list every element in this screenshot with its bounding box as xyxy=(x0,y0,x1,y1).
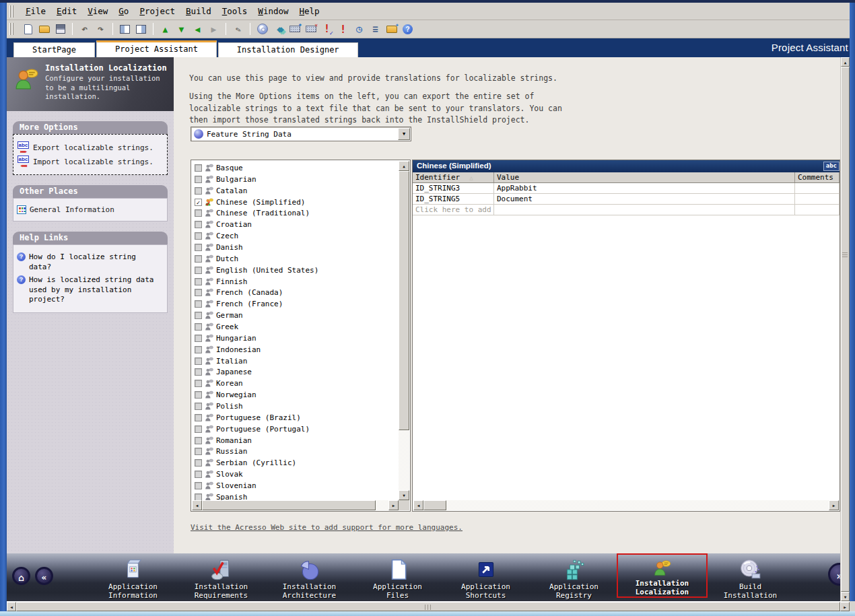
help-link-2[interactable]: ? How is localized string data used by m… xyxy=(17,275,164,306)
tab-project-assistant[interactable]: Project Assistant xyxy=(96,40,217,57)
language-checkbox[interactable] xyxy=(195,209,202,217)
string-row-id-string3[interactable]: ID_STRING3AppRabbit xyxy=(413,183,840,194)
new-folder-icon[interactable] xyxy=(384,22,399,36)
view-split-right-icon[interactable] xyxy=(134,22,148,36)
open-folder-icon[interactable] xyxy=(37,22,51,36)
nav-build-installation[interactable]: BuildInstallation xyxy=(706,555,794,600)
setup-steps-icon[interactable]: ≡ xyxy=(368,22,382,36)
language-row-russian[interactable]: Russian xyxy=(192,446,399,457)
scroll-up-button[interactable]: ▲ xyxy=(841,57,850,67)
language-checkbox[interactable] xyxy=(195,312,202,319)
scroll-down-button[interactable]: ▼ xyxy=(841,592,850,601)
dropdown-arrow-button[interactable]: ▼ xyxy=(398,128,410,140)
validate-build-icon[interactable]: ! xyxy=(320,22,334,36)
language-row-basque[interactable]: Basque xyxy=(192,162,399,174)
language-checkbox[interactable] xyxy=(195,471,202,478)
nav-application-files[interactable]: ApplicationFiles xyxy=(353,555,442,600)
language-row-norwegian[interactable]: Norwegian xyxy=(192,389,399,401)
language-row-bulgarian[interactable]: Bulgarian xyxy=(192,174,399,185)
language-checkbox[interactable] xyxy=(195,414,202,421)
help-link-1[interactable]: ? How do I localize string data? xyxy=(17,252,164,273)
hscroll-thumb[interactable] xyxy=(16,602,840,611)
language-checkbox[interactable] xyxy=(195,176,202,183)
import-localizable-strings-link[interactable]: abc◀◀◀◀ Import localizable strings. xyxy=(17,156,164,168)
view-split-left-icon[interactable] xyxy=(118,22,132,36)
language-row-croatian[interactable]: Croatian xyxy=(192,219,399,230)
home-button[interactable]: ⌂ xyxy=(12,567,30,585)
language-row-japanese[interactable]: Japanese xyxy=(192,366,399,378)
back-button[interactable]: « xyxy=(35,567,53,585)
move-down-icon[interactable]: ▼ xyxy=(174,22,189,36)
language-checkbox[interactable] xyxy=(195,357,202,365)
language-checkbox[interactable] xyxy=(195,335,202,342)
navigate-forward-icon[interactable]: ▶ xyxy=(207,22,221,36)
language-checkbox[interactable]: ✓ xyxy=(195,199,202,206)
language-row-french-france[interactable]: French (France) xyxy=(192,298,399,310)
page-vertical-scrollbar[interactable]: ▲ ▼ xyxy=(840,57,850,601)
language-list-vscrollbar[interactable]: ▲ ▼ xyxy=(399,161,409,500)
nav-installation-localization[interactable]: InstallationLocalization xyxy=(618,555,706,596)
language-row-finnish[interactable]: Finnish xyxy=(192,276,399,287)
build-icon[interactable]: ! xyxy=(336,22,350,36)
vscroll-thumb[interactable] xyxy=(399,171,409,430)
string-data-dropdown[interactable]: Feature String Data ▼ xyxy=(191,127,411,141)
release-wizard-icon[interactable]: ✎ xyxy=(230,20,247,38)
save-icon[interactable] xyxy=(53,22,67,36)
language-checkbox[interactable] xyxy=(195,391,202,399)
language-row-slovenian[interactable]: Slovenian xyxy=(192,480,399,491)
help-icon[interactable]: ? xyxy=(401,22,415,36)
menu-go[interactable]: Go xyxy=(113,5,134,18)
add-module-icon[interactable] xyxy=(287,22,302,36)
releases-icon[interactable]: ◆◆ xyxy=(271,22,285,36)
scroll-right-button[interactable]: ▶ xyxy=(829,500,839,510)
string-row-id-string5[interactable]: ID_STRING5Document xyxy=(413,194,840,205)
language-checkbox[interactable] xyxy=(195,346,202,353)
language-checkbox[interactable] xyxy=(195,368,202,376)
menu-build[interactable]: Build xyxy=(180,5,217,18)
language-checkbox[interactable] xyxy=(195,482,202,489)
language-checkbox[interactable] xyxy=(195,448,202,455)
scroll-down-button[interactable]: ▼ xyxy=(399,490,409,500)
language-row-french-canada[interactable]: French (Canada) xyxy=(192,287,399,298)
language-row-hungarian[interactable]: Hungarian xyxy=(192,333,399,344)
language-row-portuguese-brazil[interactable]: Portuguese (Brazil) xyxy=(192,412,399,423)
nav-application-registry[interactable]: ApplicationRegistry xyxy=(530,555,618,600)
window-horizontal-scrollbar[interactable]: ◀ ▶ xyxy=(7,601,850,611)
nav-application-information[interactable]: ApplicationInformation xyxy=(89,555,177,600)
language-row-serbian-cyrillic[interactable]: Serbian (Cyrillic) xyxy=(192,457,399,469)
language-checkbox[interactable] xyxy=(195,289,202,296)
language-checkbox[interactable] xyxy=(195,232,202,240)
tab-installation-designer[interactable]: Installation Designer xyxy=(218,42,358,57)
remove-module-icon[interactable] xyxy=(304,22,318,36)
language-checkbox[interactable] xyxy=(195,437,202,444)
hscroll-thumb[interactable] xyxy=(202,500,376,510)
language-row-czech[interactable]: Czech xyxy=(192,230,399,242)
abc-tool-button[interactable]: abc xyxy=(823,162,840,171)
menu-view[interactable]: View xyxy=(82,5,113,18)
scroll-left-button[interactable]: ◀ xyxy=(7,602,16,611)
language-row-chinese-traditional[interactable]: Chinese (Traditional) xyxy=(192,207,399,219)
language-row-greek[interactable]: Greek xyxy=(192,321,399,333)
language-row-english-united-states[interactable]: English (United States) xyxy=(192,265,399,276)
new-document-icon[interactable] xyxy=(21,22,35,36)
resize-corner[interactable] xyxy=(850,601,855,611)
language-checkbox[interactable] xyxy=(195,187,202,195)
navigate-back-icon[interactable]: ◀ xyxy=(191,22,205,36)
language-checkbox[interactable] xyxy=(195,164,202,172)
menu-help[interactable]: Help xyxy=(294,5,325,18)
language-row-german[interactable]: German xyxy=(192,310,399,321)
column-value[interactable]: Value xyxy=(494,172,795,182)
language-checkbox[interactable] xyxy=(195,323,202,331)
scroll-left-button[interactable]: ◀ xyxy=(413,500,423,510)
language-list-hscrollbar[interactable]: ◀ ▶ xyxy=(192,500,399,510)
language-row-slovak[interactable]: Slovak xyxy=(192,469,399,480)
column-comments[interactable]: Comments xyxy=(795,172,840,182)
general-information-link[interactable]: General Information xyxy=(17,205,164,214)
scroll-right-button[interactable]: ▶ xyxy=(840,602,850,611)
next-button[interactable]: » xyxy=(828,563,840,586)
language-row-portuguese-portugal[interactable]: Portuguese (Portugal) xyxy=(192,423,399,435)
language-row-polish[interactable]: Polish xyxy=(192,401,399,412)
vscroll-thumb[interactable] xyxy=(841,67,850,592)
menu-tools[interactable]: Tools xyxy=(217,5,253,18)
menu-window[interactable]: Window xyxy=(252,5,294,18)
